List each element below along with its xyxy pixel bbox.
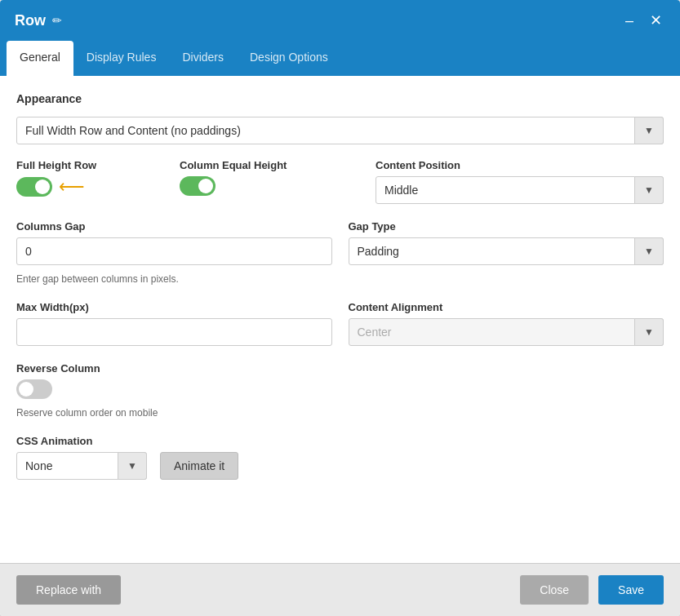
gap-row: Columns Gap 0 Enter gap between columns …: [16, 220, 664, 285]
gap-type-group: Gap Type Padding Margin ▼: [349, 220, 664, 285]
css-animation-label: CSS Animation: [16, 435, 664, 447]
appearance-select-wrapper: Full Width Row and Content (no paddings)…: [16, 117, 664, 144]
content-alignment-group: Content Alignment Center Left Right ▼: [349, 301, 664, 346]
reverse-column-label: Reverse Column: [16, 362, 664, 374]
column-equal-height-slider: [180, 176, 216, 196]
modal-footer: Replace with Close Save: [0, 563, 680, 616]
header-right: – ✕: [622, 11, 665, 29]
reverse-column-hint: Reserve column order on mobile: [16, 407, 664, 419]
full-height-row-group: Full Height Row ⟵: [16, 159, 147, 197]
reverse-column-toggle[interactable]: [16, 379, 52, 399]
max-width-label: Max Width(px): [16, 301, 332, 313]
columns-gap-input[interactable]: 0: [16, 237, 332, 265]
animate-it-button[interactable]: Animate it: [160, 452, 238, 480]
content-alignment-label: Content Alignment: [349, 301, 664, 313]
content-alignment-select[interactable]: Center Left Right: [349, 318, 664, 346]
columns-gap-label: Columns Gap: [16, 220, 332, 233]
appearance-group: Appearance Full Width Row and Content (n…: [16, 92, 664, 144]
tab-design-options[interactable]: Design Options: [237, 41, 341, 76]
full-height-row-toggle-row: ⟵: [16, 176, 147, 197]
close-footer-button[interactable]: Close: [520, 575, 589, 605]
modal-window: Row ✏ – ✕ General Display Rules Dividers…: [0, 0, 680, 616]
appearance-select[interactable]: Full Width Row and Content (no paddings)…: [16, 117, 664, 144]
replace-with-button[interactable]: Replace with: [16, 575, 121, 605]
content-position-select[interactable]: Top Middle Bottom: [376, 176, 664, 204]
toggles-row: Full Height Row ⟵ Column Equal Height: [16, 159, 664, 204]
arrow-indicator: ⟵: [59, 176, 85, 197]
modal-body: Appearance Full Width Row and Content (n…: [0, 76, 680, 563]
close-button[interactable]: ✕: [647, 11, 665, 29]
modal-header: Row ✏ – ✕: [0, 0, 680, 41]
save-button[interactable]: Save: [598, 575, 664, 605]
full-height-row-label: Full Height Row: [16, 159, 147, 171]
full-height-row-slider: [16, 177, 52, 197]
css-animation-group: CSS Animation None Fade Slide Left Slide…: [16, 435, 664, 480]
column-equal-height-label: Column Equal Height: [180, 159, 343, 171]
tab-dividers[interactable]: Dividers: [169, 41, 237, 76]
gap-type-select-wrapper: Padding Margin ▼: [349, 237, 664, 265]
content-position-label: Content Position: [376, 159, 664, 171]
max-width-group: Max Width(px): [16, 301, 332, 346]
footer-right: Close Save: [520, 575, 664, 605]
content-alignment-select-wrapper: Center Left Right ▼: [349, 318, 664, 346]
appearance-label: Appearance: [16, 92, 664, 105]
columns-gap-hint: Enter gap between columns in pixels.: [16, 273, 332, 285]
tab-general[interactable]: General: [7, 41, 73, 76]
header-left: Row ✏: [15, 12, 62, 29]
tab-display-rules[interactable]: Display Rules: [73, 41, 170, 76]
reverse-column-slider: [16, 379, 52, 399]
gap-type-select[interactable]: Padding Margin: [349, 237, 664, 265]
css-animation-select-wrapper: None Fade Slide Left Slide Right ▼: [16, 452, 147, 480]
max-width-input[interactable]: [16, 318, 332, 346]
content-position-select-wrapper: Top Middle Bottom ▼: [376, 176, 664, 204]
width-alignment-row: Max Width(px) Content Alignment Center L…: [16, 301, 664, 346]
tabs-bar: General Display Rules Dividers Design Op…: [0, 41, 680, 76]
gap-type-label: Gap Type: [349, 220, 664, 233]
columns-gap-group: Columns Gap 0 Enter gap between columns …: [16, 220, 332, 285]
column-equal-height-toggle[interactable]: [180, 176, 216, 196]
minimize-button[interactable]: –: [622, 11, 637, 29]
content-position-group: Content Position Top Middle Bottom ▼: [376, 159, 664, 204]
modal-title: Row: [15, 12, 46, 29]
reverse-column-group: Reverse Column Reserve column order on m…: [16, 362, 664, 419]
edit-icon[interactable]: ✏: [52, 14, 62, 27]
css-animation-select[interactable]: None Fade Slide Left Slide Right: [16, 452, 147, 480]
column-equal-height-group: Column Equal Height: [180, 159, 343, 196]
full-height-row-toggle[interactable]: [16, 177, 52, 197]
